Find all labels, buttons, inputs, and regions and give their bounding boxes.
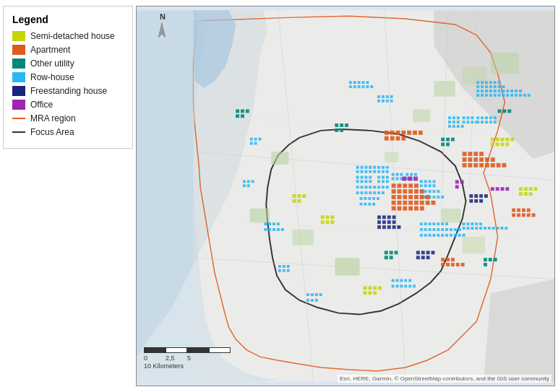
svg-rect-420 <box>501 138 505 141</box>
svg-rect-288 <box>403 195 407 199</box>
svg-rect-272 <box>272 228 275 231</box>
svg-rect-174 <box>441 222 444 225</box>
svg-rect-339 <box>441 263 445 266</box>
svg-rect-450 <box>505 187 509 191</box>
svg-rect-33 <box>364 176 367 179</box>
svg-rect-44 <box>386 170 389 173</box>
svg-rect-8 <box>434 81 455 97</box>
svg-rect-360 <box>392 220 396 224</box>
svg-rect-29 <box>369 170 372 173</box>
svg-rect-325 <box>385 131 389 135</box>
svg-rect-59 <box>414 173 417 176</box>
svg-rect-436 <box>373 286 377 289</box>
svg-rect-248 <box>353 85 356 88</box>
svg-rect-126 <box>494 116 497 119</box>
svg-rect-261 <box>250 138 253 141</box>
svg-rect-403 <box>484 258 487 261</box>
map-container[interactable]: N 0 2,5 5 10 Kilometers Esri, HERE, Garm… <box>136 6 555 386</box>
svg-rect-408 <box>326 215 330 219</box>
svg-rect-80 <box>372 197 375 200</box>
svg-rect-118 <box>463 121 465 123</box>
svg-rect-394 <box>390 256 393 259</box>
svg-rect-7 <box>413 109 430 122</box>
svg-rect-111 <box>448 125 451 128</box>
svg-rect-356 <box>392 215 396 219</box>
svg-rect-24 <box>356 170 359 173</box>
svg-rect-135 <box>489 81 492 84</box>
svg-rect-227 <box>243 184 246 187</box>
svg-rect-413 <box>293 194 296 198</box>
svg-rect-196 <box>463 234 465 237</box>
svg-rect-95 <box>424 190 427 193</box>
svg-rect-201 <box>479 222 482 225</box>
svg-rect-317 <box>463 163 467 167</box>
svg-rect-390 <box>385 251 388 254</box>
svg-rect-213 <box>392 279 395 282</box>
svg-rect-324 <box>502 163 507 167</box>
svg-rect-131 <box>494 121 497 123</box>
svg-rect-220 <box>400 284 403 287</box>
svg-rect-226 <box>252 180 254 183</box>
svg-rect-75 <box>377 191 380 194</box>
attribution-text: Esri, HERE, Garmin, © OpenStreetMap cont… <box>340 375 549 382</box>
svg-rect-52 <box>396 173 399 176</box>
svg-rect-388 <box>335 129 338 132</box>
svg-rect-151 <box>502 90 505 92</box>
scale-bar: 0 2,5 5 10 Kilometers <box>144 347 231 370</box>
svg-rect-297 <box>414 201 418 205</box>
svg-rect-382 <box>246 109 249 113</box>
svg-rect-31 <box>356 176 359 179</box>
svg-rect-446 <box>455 185 459 188</box>
svg-rect-71 <box>361 191 364 194</box>
svg-rect-228 <box>247 184 250 187</box>
svg-rect-371 <box>421 256 425 259</box>
svg-rect-375 <box>479 194 483 198</box>
svg-rect-401 <box>502 109 506 113</box>
svg-rect-259 <box>386 100 389 103</box>
svg-rect-438 <box>363 291 366 295</box>
svg-rect-379 <box>479 199 483 203</box>
svg-rect-322 <box>491 163 495 167</box>
svg-rect-161 <box>498 94 501 97</box>
svg-rect-214 <box>396 279 399 282</box>
svg-rect-323 <box>497 163 501 167</box>
svg-rect-98 <box>437 190 439 193</box>
svg-rect-293 <box>392 201 396 205</box>
svg-rect-108 <box>448 121 451 123</box>
svg-rect-445 <box>460 180 464 183</box>
svg-rect-114 <box>461 125 464 128</box>
svg-rect-171 <box>429 222 432 225</box>
svg-rect-316 <box>491 157 495 162</box>
svg-rect-231 <box>287 265 290 268</box>
svg-rect-206 <box>479 227 482 230</box>
scale-label-25: 2,5 <box>166 354 187 362</box>
svg-rect-42 <box>377 170 380 173</box>
scale-bar-graphic <box>144 347 231 353</box>
svg-rect-255 <box>386 95 389 98</box>
svg-rect-279 <box>414 183 418 188</box>
svg-rect-144 <box>502 85 505 88</box>
svg-rect-425 <box>501 143 505 147</box>
svg-rect-186 <box>420 234 423 237</box>
svg-rect-185 <box>458 228 461 231</box>
svg-rect-348 <box>512 214 515 217</box>
svg-rect-223 <box>413 284 416 287</box>
svg-rect-369 <box>432 251 435 254</box>
svg-rect-334 <box>396 136 400 141</box>
svg-rect-435 <box>368 286 372 289</box>
svg-rect-414 <box>297 194 301 198</box>
svg-rect-427 <box>519 187 523 191</box>
svg-rect-355 <box>387 215 391 219</box>
svg-rect-211 <box>501 227 504 230</box>
other-utility-swatch <box>12 58 25 69</box>
svg-rect-292 <box>426 195 430 199</box>
svg-rect-405 <box>494 258 497 261</box>
svg-rect-51 <box>392 173 395 176</box>
svg-rect-122 <box>476 116 479 119</box>
svg-rect-12 <box>463 237 485 254</box>
svg-rect-65 <box>369 186 372 188</box>
svg-rect-49 <box>382 180 385 183</box>
svg-rect-269 <box>277 222 280 225</box>
svg-rect-433 <box>529 192 533 196</box>
svg-rect-240 <box>311 299 314 302</box>
